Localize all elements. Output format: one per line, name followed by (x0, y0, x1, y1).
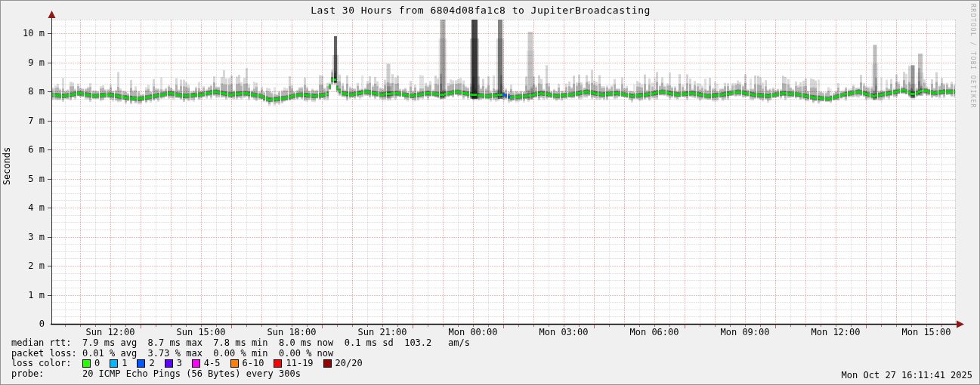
x-tick-label: Sun 15:00 (167, 328, 235, 337)
smokeping-rrdtool-graph: Last 30 Hours from 6804d08fa1c8 to Jupit… (0, 0, 980, 385)
loss-color-item: 2 (137, 359, 154, 369)
x-tick-label: Sun 21:00 (348, 328, 416, 337)
y-tick-label: 3 m (5, 233, 45, 242)
loss-color-item: 6-10 (230, 359, 264, 369)
x-tick-label: Mon 00:00 (439, 328, 507, 337)
x-tick-label: Mon 09:00 (711, 328, 779, 337)
loss-color-swatch (137, 359, 145, 368)
median-rtt-stats: median rtt: 7.9 ms avg 8.7 ms max 7.8 ms… (11, 338, 470, 349)
loss-color-label: loss color: (11, 359, 82, 369)
x-tick-label: Mon 03:00 (530, 328, 598, 337)
loss-color-value: 20/20 (335, 359, 363, 369)
x-tick-label: Mon 12:00 (802, 328, 870, 337)
y-tick-label: 4 m (5, 203, 45, 212)
loss-color-value: 6-10 (243, 359, 264, 369)
loss-color-item: 3 (165, 359, 182, 369)
y-tick-label: 2 m (5, 261, 45, 270)
loss-color-swatch (230, 359, 239, 368)
x-tick-label: Sun 12:00 (76, 328, 144, 337)
loss-color-item: 1 (110, 359, 127, 369)
loss-color-item: 11-19 (274, 359, 313, 369)
loss-color-value: 11-19 (286, 359, 313, 369)
y-tick-label: 10 m (5, 29, 45, 38)
x-tick-label: Sun 18:00 (258, 328, 326, 337)
loss-color-item: 20/20 (323, 359, 363, 369)
loss-color-swatch (323, 359, 332, 368)
loss-color-value: 3 (177, 359, 182, 369)
generated-timestamp: Mon Oct 27 16:11:41 2025 (842, 370, 972, 380)
x-tick-label: Mon 06:00 (620, 328, 688, 337)
y-tick-label: 5 m (5, 174, 45, 183)
stats-footer: median rtt: 7.9 ms avg 8.7 ms max 7.8 ms… (11, 338, 470, 379)
loss-color-value: 2 (149, 359, 154, 369)
loss-color-items: 01234-56-1011-1920/20 (82, 359, 373, 369)
loss-color-item: 4-5 (192, 359, 221, 369)
loss-color-value: 4-5 (204, 359, 221, 369)
y-tick-label: 1 m (5, 291, 45, 300)
loss-color-swatch (165, 359, 173, 368)
y-tick-label: 7 m (5, 116, 45, 125)
loss-color-swatch (82, 359, 91, 368)
chart-title: Last 30 Hours from 6804d08fa1c8 to Jupit… (1, 5, 960, 16)
loss-color-swatch (274, 359, 282, 368)
y-tick-label: 0 (5, 319, 45, 328)
x-tick-label: Mon 15:00 (892, 328, 960, 337)
y-tick-label: 9 m (5, 58, 45, 67)
y-axis-label: Seconds (2, 132, 12, 200)
loss-color-swatch (110, 359, 118, 368)
packet-loss-stats: packet loss: 0.01 % avg 3.73 % max 0.00 … (11, 349, 470, 359)
loss-color-value: 1 (122, 359, 127, 369)
rrdtool-watermark: RRDTOOL / TOBI OETIKER (969, 4, 976, 125)
loss-color-swatch (192, 359, 200, 368)
loss-color-value: 0 (94, 359, 100, 369)
y-tick-label: 8 m (5, 87, 45, 96)
loss-color-legend: loss color: 01234-56-1011-1920/20 (11, 359, 470, 369)
probe-info: probe: 20 ICMP Echo Pings (56 Bytes) eve… (11, 369, 470, 380)
y-tick-label: 6 m (5, 145, 45, 154)
loss-color-item: 0 (82, 359, 100, 369)
